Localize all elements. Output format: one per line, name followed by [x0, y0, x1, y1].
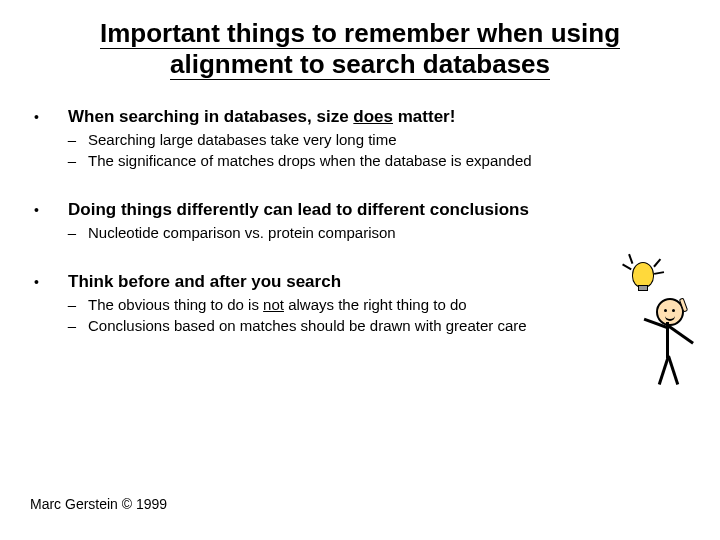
sub-item: – The significance of matches drops when…	[30, 151, 690, 171]
sub-text: Nucleotide comparison vs. protein compar…	[88, 223, 396, 243]
lightbulb-icon	[632, 262, 654, 288]
bullet-item: • When searching in databases, size does…	[30, 106, 690, 171]
bullet-item: • Think before and after you search – Th…	[30, 271, 690, 336]
dash-marker: –	[30, 151, 88, 171]
sub-text: The obvious thing to do is not always th…	[88, 295, 467, 315]
bullet-marker: •	[30, 106, 68, 128]
bullet-text: Think before and after you search	[68, 271, 341, 293]
dash-marker: –	[30, 316, 88, 336]
dash-marker: –	[30, 223, 88, 243]
bullet-marker: •	[30, 271, 68, 293]
dash-marker: –	[30, 130, 88, 150]
sub-text: Conclusions based on matches should be d…	[88, 316, 527, 336]
sub-text: Searching large databases take very long…	[88, 130, 397, 150]
slide: Important things to remember when using …	[0, 0, 720, 540]
sub-item: – Searching large databases take very lo…	[30, 130, 690, 150]
title-line-1: Important things to remember when using	[100, 18, 620, 49]
idea-person-icon	[626, 262, 706, 392]
sub-item: – The obvious thing to do is not always …	[30, 295, 690, 315]
bullet-text: Doing things differently can lead to dif…	[68, 199, 529, 221]
sub-text: The significance of matches drops when t…	[88, 151, 532, 171]
bullet-text: When searching in databases, size does m…	[68, 106, 455, 128]
sub-item: – Conclusions based on matches should be…	[30, 316, 690, 336]
sub-list: – Nucleotide comparison vs. protein comp…	[30, 223, 690, 243]
footer-credit: Marc Gerstein © 1999	[30, 496, 167, 512]
bullet-item: • Doing things differently can lead to d…	[30, 199, 690, 243]
sub-list: – Searching large databases take very lo…	[30, 130, 690, 171]
sub-item: – Nucleotide comparison vs. protein comp…	[30, 223, 690, 243]
dash-marker: –	[30, 295, 88, 315]
title-line-2: alignment to search databases	[170, 49, 550, 80]
sub-list: – The obvious thing to do is not always …	[30, 295, 690, 336]
bullet-list: • When searching in databases, size does…	[30, 106, 690, 336]
bullet-marker: •	[30, 199, 68, 221]
slide-title: Important things to remember when using …	[60, 18, 660, 80]
